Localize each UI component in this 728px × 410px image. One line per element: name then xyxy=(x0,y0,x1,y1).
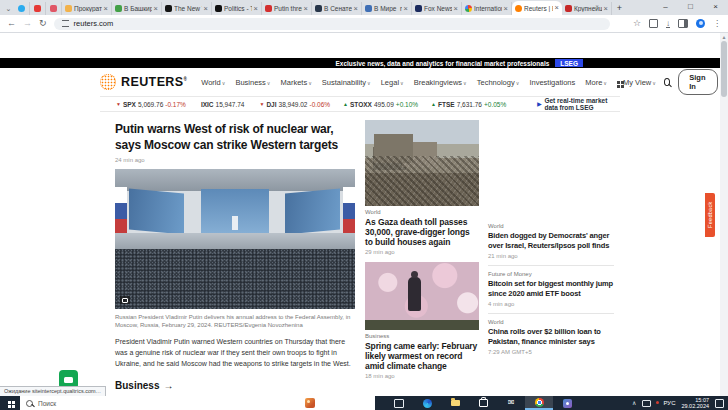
reuters-wordmark[interactable]: REUTERS® xyxy=(121,75,187,89)
tab-international[interactable]: Internation…× xyxy=(462,2,512,15)
nav-sustainability[interactable]: Sustainability∨ xyxy=(322,78,371,87)
pinned-tab-2[interactable] xyxy=(30,2,46,15)
lseg-badge[interactable]: LSEG xyxy=(555,59,583,67)
scrollbar-thumb[interactable] xyxy=(721,41,727,97)
tab-prokuratura[interactable]: Прокурату…× xyxy=(62,2,112,15)
language-indicator[interactable]: РУС xyxy=(663,400,675,406)
nav-more[interactable]: More∨ xyxy=(585,78,607,87)
window-close-button[interactable]: × xyxy=(703,0,728,15)
nav-breakingviews[interactable]: Breakingviews∨ xyxy=(414,78,467,87)
tab-putin-threat[interactable]: Putin threat…× xyxy=(262,2,312,15)
pinned-tab-3[interactable] xyxy=(46,2,62,15)
tab-senate[interactable]: В Сенате…× xyxy=(312,2,362,15)
article-category[interactable]: World xyxy=(365,209,479,215)
feedback-tab[interactable]: Feedback xyxy=(705,193,715,237)
russian-flag-right xyxy=(343,187,355,235)
lseg-tagline: Exclusive news, data and analytics for f… xyxy=(335,60,549,67)
taskbar-search-box[interactable]: Поиск xyxy=(20,396,375,410)
nav-markets[interactable]: Markets∨ xyxy=(280,78,311,87)
clock[interactable]: 15:07 29.02.2024 xyxy=(681,397,709,409)
ticker-spx[interactable]: ▼ SPX5,069.76-0.17% xyxy=(116,101,186,108)
scroll-up-arrow-icon[interactable]: ▲ xyxy=(720,34,728,40)
ticker-stoxx[interactable]: ▲ STOXX495.09+0.10% xyxy=(343,101,418,108)
side-panel-icon[interactable] xyxy=(678,19,688,28)
tab-search-chevron-icon[interactable]: ⌄ xyxy=(3,2,14,15)
file-explorer-button[interactable] xyxy=(441,396,469,410)
mail-app-button[interactable]: ✉ xyxy=(497,396,525,410)
tab-close-icon[interactable]: × xyxy=(254,5,258,13)
nav-world[interactable]: World∨ xyxy=(201,78,225,87)
article-category[interactable]: World xyxy=(488,319,614,325)
new-tab-button[interactable]: + xyxy=(612,2,627,15)
bookmark-star-icon[interactable]: ☆ xyxy=(633,19,641,28)
article-category[interactable]: World xyxy=(488,223,614,229)
business-section-link[interactable]: Business→ xyxy=(115,380,173,391)
search-icon[interactable] xyxy=(664,78,670,86)
article-headline[interactable]: As Gaza death toll passes 30,000, grave-… xyxy=(365,217,479,247)
tab-nytimes[interactable]: The New Yo…× xyxy=(162,2,212,15)
window-minimize-button[interactable]: – xyxy=(653,0,678,15)
forward-button[interactable]: → xyxy=(23,19,32,28)
nav-investigations[interactable]: Investigations xyxy=(529,78,575,87)
tab-close-icon[interactable]: × xyxy=(154,5,158,13)
tab-fox-news[interactable]: Fox News -…× xyxy=(412,2,462,15)
profile-avatar[interactable] xyxy=(696,19,705,28)
edge-app-button[interactable] xyxy=(413,396,441,410)
tab-close-icon[interactable]: × xyxy=(354,5,358,13)
tab-washingtonpost[interactable]: Politics - Th…× xyxy=(212,2,262,15)
start-button[interactable] xyxy=(0,399,20,408)
download-icon[interactable]: ↓ xyxy=(666,20,670,28)
article-category[interactable]: Business xyxy=(365,333,479,339)
page-scrollbar[interactable]: ▲ xyxy=(720,33,728,396)
tab-bashkiria[interactable]: В Башкир…× xyxy=(112,2,162,15)
reading-list-icon[interactable] xyxy=(649,19,658,28)
ticker-ixic[interactable]: IXIC15,947.74 xyxy=(199,101,247,108)
network-icon[interactable] xyxy=(642,400,651,407)
pinned-tab-1[interactable] xyxy=(14,2,30,15)
tab-close-icon[interactable]: × xyxy=(555,4,559,12)
lead-photo[interactable] xyxy=(115,169,355,309)
tab-v-mire[interactable]: В Мире_ru…× xyxy=(362,2,412,15)
reload-button[interactable]: ↻ xyxy=(39,19,47,28)
site-info-icon[interactable] xyxy=(62,20,69,27)
tab-close-icon[interactable]: × xyxy=(454,5,458,13)
article-headline[interactable]: Bitcoin set for biggest monthly jump sin… xyxy=(488,279,614,299)
tab-close-icon[interactable]: × xyxy=(204,5,208,13)
action-center-icon[interactable] xyxy=(715,399,724,408)
browser-menu-icon[interactable]: ⋮ xyxy=(713,20,721,28)
back-button[interactable]: ← xyxy=(7,19,16,28)
reuters-logo-icon[interactable] xyxy=(100,74,116,90)
article-headline[interactable]: China rolls over $2 billion loan to Paki… xyxy=(488,327,614,347)
address-bar[interactable]: reuters.com xyxy=(54,18,610,30)
tab-close-icon[interactable]: × xyxy=(304,5,308,13)
nav-legal[interactable]: Legal∨ xyxy=(381,78,404,87)
window-maximize-button[interactable]: □ xyxy=(678,0,703,15)
show-hidden-icons-chevron[interactable]: ∧ xyxy=(632,400,636,406)
article-timestamp: 21 min ago xyxy=(488,253,614,259)
chevron-down-icon: ∨ xyxy=(222,80,226,86)
nav-business[interactable]: Business∨ xyxy=(235,78,270,87)
ticker-ftse[interactable]: ▲ FTSE7,631.76+0.05% xyxy=(431,101,506,108)
tab-close-icon[interactable]: × xyxy=(604,5,608,13)
lseg-market-data-link[interactable]: ▶ Get real-time market data from LSEG xyxy=(537,97,620,111)
sign-in-button[interactable]: Sign In xyxy=(678,69,718,95)
nav-technology[interactable]: Technology∨ xyxy=(477,78,520,87)
my-view-link[interactable]: My View∨ xyxy=(617,78,656,87)
tab-close-icon[interactable]: × xyxy=(504,5,508,13)
task-view-button[interactable] xyxy=(385,396,413,410)
news-interests-widget-icon[interactable] xyxy=(305,398,315,408)
spring-article-photo[interactable] xyxy=(365,262,479,330)
tab-reuters-active[interactable]: Reuters | Br…× xyxy=(512,1,562,15)
store-app-button[interactable] xyxy=(469,396,497,410)
tab-close-icon[interactable]: × xyxy=(104,5,108,13)
article-category[interactable]: Future of Money xyxy=(488,271,614,277)
article-headline[interactable]: Spring came early: February likely warme… xyxy=(365,341,479,371)
gaza-article-photo[interactable] xyxy=(365,120,479,206)
extra-app-button[interactable] xyxy=(553,396,581,410)
tab-krupneish[interactable]: Крупнейш…× xyxy=(562,2,612,15)
chrome-app-button[interactable] xyxy=(525,396,553,410)
ticker-dji[interactable]: ▼ DJI38,949.02-0.06% xyxy=(259,101,330,108)
article-headline[interactable]: Biden dogged by Democrats' anger over Is… xyxy=(488,231,614,251)
lead-headline[interactable]: Putin warns West of risk of nuclear war,… xyxy=(115,121,355,153)
tab-close-icon[interactable]: × xyxy=(404,5,408,13)
